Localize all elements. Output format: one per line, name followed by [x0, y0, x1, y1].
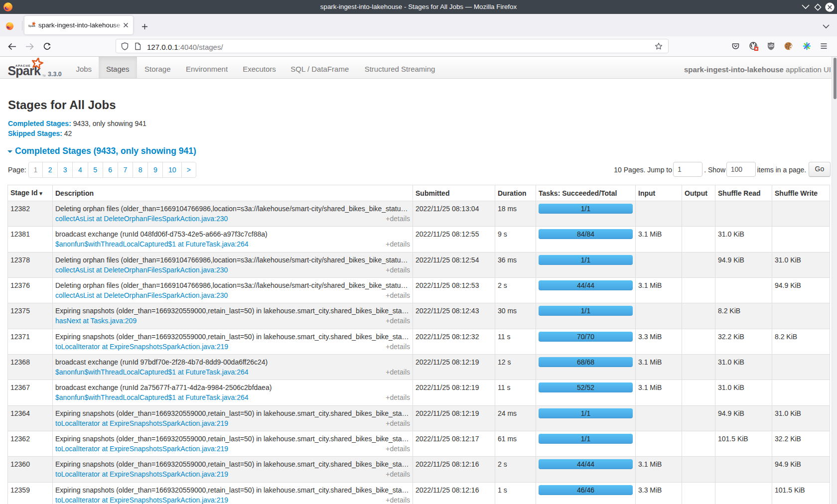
svg-text:Spark: Spark — [28, 24, 36, 27]
svg-text:APACHE: APACHE — [15, 64, 31, 67]
svg-text:TM: TM — [42, 75, 46, 77]
